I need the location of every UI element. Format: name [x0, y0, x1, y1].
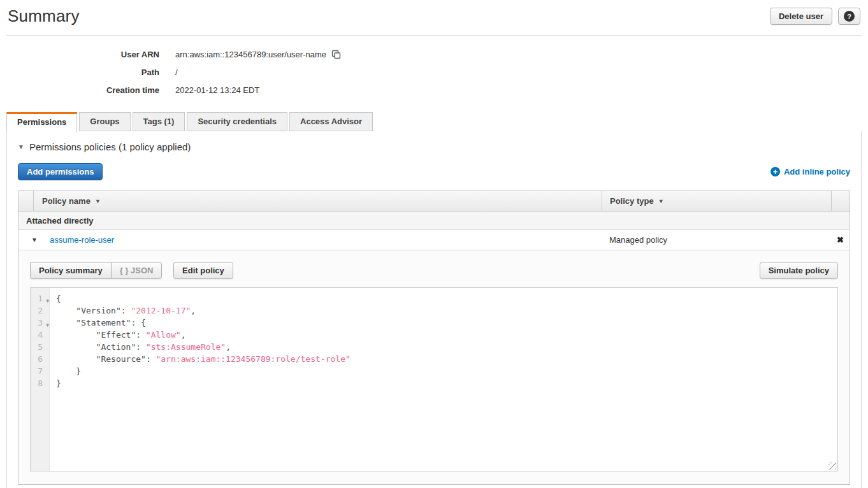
delete-user-button[interactable]: Delete user	[770, 8, 832, 25]
add-inline-policy-label: Add inline policy	[784, 167, 850, 176]
policy-table: Policy name ▼ Policy type ▼ Attached dir…	[18, 190, 850, 485]
code-line: "Version": "2012-10-17",	[56, 305, 837, 317]
line-number: 7	[31, 365, 49, 377]
code-line: "Statement": {	[56, 317, 837, 329]
code-line: "Resource": "arn:aws:iam::123456789:role…	[56, 353, 837, 365]
line-number: 2	[31, 305, 49, 317]
editor-code: { "Version": "2012-10-17", "Statement": …	[50, 288, 837, 471]
policy-view-toggle: Policy summary { } JSON	[30, 262, 162, 279]
creation-time-label: Creation time	[0, 85, 159, 95]
header-actions: Delete user ?	[770, 8, 860, 25]
edit-policy-button[interactable]: Edit policy	[173, 262, 233, 279]
editor-gutter: 1▼23▼45678	[31, 288, 50, 471]
tab-access-advisor[interactable]: Access Advisor	[289, 112, 373, 131]
policy-json-editor[interactable]: 1▼23▼45678 { "Version": "2012-10-17", "S…	[30, 287, 838, 471]
row-expand-icon[interactable]: ▼	[18, 236, 33, 243]
info-row-path: Path /	[0, 63, 868, 81]
policy-table-header: Policy name ▼ Policy type ▼	[18, 191, 850, 212]
permissions-tab-panel: ▼ Permissions policies (1 policy applied…	[6, 131, 862, 488]
policy-detail-panel: Policy summary { } JSON Edit policy Simu…	[18, 250, 850, 484]
user-info: User ARN arn:aws:iam::123456789:user/use…	[0, 36, 868, 99]
permissions-policies-section-header[interactable]: ▼ Permissions policies (1 policy applied…	[18, 141, 850, 152]
page-header: Summary Delete user ?	[6, 0, 862, 36]
remove-column-header	[831, 191, 850, 211]
add-permissions-button[interactable]: Add permissions	[18, 163, 103, 180]
info-row-user-arn: User ARN arn:aws:iam::123456789:user/use…	[0, 45, 868, 63]
policy-table-row: ▼ assume-role-user Managed policy ✖	[18, 230, 850, 250]
path-label: Path	[0, 68, 159, 77]
line-number: 6	[31, 353, 49, 365]
policy-type-header-label: Policy type	[610, 196, 654, 206]
line-number: 4	[31, 329, 49, 341]
policy-detail-toolbar: Policy summary { } JSON Edit policy Simu…	[30, 262, 838, 279]
line-number: 1▼	[31, 292, 49, 305]
help-icon: ?	[844, 11, 855, 22]
line-number: 5	[31, 341, 49, 353]
tab-groups[interactable]: Groups	[79, 112, 130, 131]
creation-time-value: 2022-01-12 13:24 EDT	[175, 85, 259, 95]
tab-permissions[interactable]: Permissions	[6, 112, 77, 132]
copy-icon[interactable]	[331, 50, 341, 59]
policy-type-value: Managed policy	[602, 235, 831, 245]
code-line: "Effect": "Allow",	[56, 329, 837, 341]
page-title: Summary	[8, 6, 80, 26]
info-row-creation-time: Creation time 2022-01-12 13:24 EDT	[0, 81, 868, 99]
code-line: "Action": "sts:AssumeRole",	[56, 341, 837, 353]
policy-actions-row: Add permissions + Add inline policy	[18, 163, 850, 180]
tab-bar: Permissions Groups Tags (1) Security cre…	[6, 112, 862, 131]
policy-view-buttons: Policy summary { } JSON Edit policy	[30, 262, 233, 279]
code-line: }	[56, 365, 837, 377]
policy-type-column-header[interactable]: Policy type ▼	[602, 191, 831, 211]
code-line: }	[56, 377, 837, 389]
user-arn-value: arn:aws:iam::123456789:user/user-name	[175, 50, 341, 59]
plus-circle-icon: +	[770, 167, 780, 176]
code-line: {	[56, 292, 837, 305]
tab-tags[interactable]: Tags (1)	[133, 112, 185, 131]
simulate-policy-button[interactable]: Simulate policy	[760, 262, 838, 279]
expander-column-header	[18, 191, 33, 211]
tab-security-credentials[interactable]: Security credentials	[187, 112, 287, 131]
path-value: /	[175, 68, 178, 77]
policy-name-link[interactable]: assume-role-user	[33, 235, 602, 245]
collapse-triangle-icon: ▼	[18, 143, 24, 150]
sort-arrow-icon: ▼	[95, 198, 101, 205]
section-title: Permissions policies (1 policy applied)	[29, 141, 191, 152]
policy-name-header-label: Policy name	[42, 196, 90, 206]
attached-directly-group-row: Attached directly	[18, 212, 850, 230]
line-number: 3▼	[31, 317, 49, 329]
user-arn-label: User ARN	[0, 50, 159, 59]
help-button[interactable]: ?	[838, 8, 860, 25]
line-number: 8	[31, 377, 49, 389]
policy-summary-button[interactable]: Policy summary	[30, 262, 111, 279]
sort-arrow-icon: ▼	[658, 198, 664, 205]
user-arn-text: arn:aws:iam::123456789:user/user-name	[175, 50, 326, 59]
editor-resize-handle[interactable]	[828, 462, 836, 470]
policy-name-column-header[interactable]: Policy name ▼	[33, 191, 602, 211]
add-inline-policy-link[interactable]: + Add inline policy	[770, 167, 850, 176]
remove-policy-icon[interactable]: ✖	[831, 235, 850, 245]
json-view-button[interactable]: { } JSON	[111, 262, 163, 279]
